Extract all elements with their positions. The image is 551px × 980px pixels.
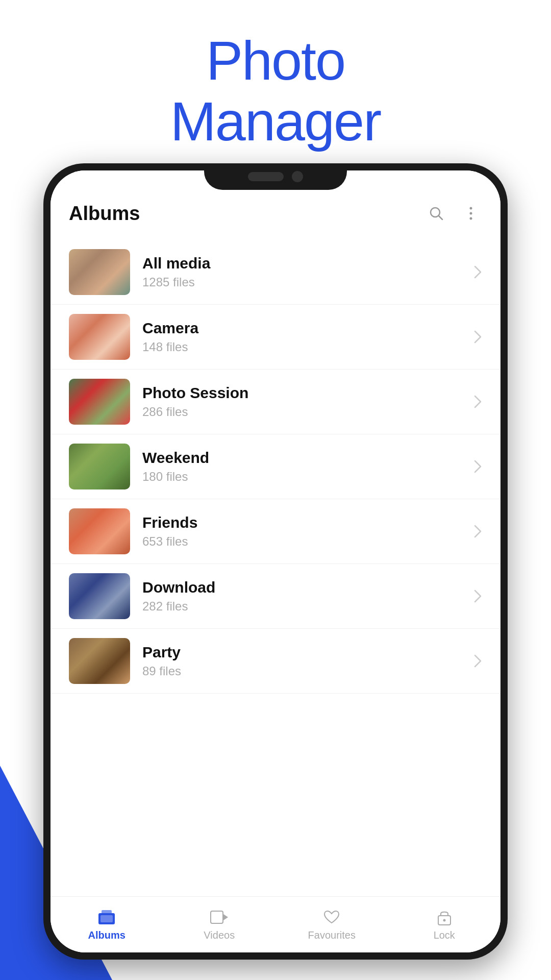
album-count: 89 files [142, 664, 462, 678]
albums-list: All media1285 filesCamera148 filesPhoto … [51, 230, 500, 896]
album-count: 180 files [142, 470, 462, 484]
favourites-nav-label: Favourites [308, 929, 356, 941]
app-title: Photo Manager [0, 31, 551, 152]
albums-header-title: Albums [69, 203, 140, 225]
album-thumbnail [69, 314, 130, 360]
svg-marker-9 [223, 914, 228, 920]
lock-nav-icon [433, 908, 456, 926]
album-thumbnail [69, 444, 130, 489]
album-chevron-icon [474, 330, 482, 344]
album-item[interactable]: Weekend180 files [51, 434, 500, 499]
album-name: Party [142, 644, 462, 661]
app-header: Albums [51, 197, 500, 230]
album-count: 286 files [142, 405, 462, 419]
album-info: All media1285 files [130, 255, 474, 289]
svg-rect-7 [101, 915, 113, 922]
albums-nav-icon [95, 908, 118, 926]
more-options-button[interactable] [460, 202, 482, 225]
album-item[interactable]: Party89 files [51, 629, 500, 694]
album-info: Camera148 files [130, 320, 474, 354]
album-thumbnail [69, 638, 130, 684]
album-name: Weekend [142, 449, 462, 467]
album-count: 1285 files [142, 275, 462, 289]
album-chevron-icon [474, 395, 482, 408]
search-icon [428, 205, 444, 222]
nav-item-favourites[interactable]: Favourites [276, 897, 388, 952]
phone-screen: Albums All media128 [51, 170, 500, 952]
bottom-navigation: Albums Videos Favourites [51, 896, 500, 952]
album-name: Download [142, 579, 462, 596]
album-chevron-icon [474, 265, 482, 279]
album-info: Friends653 files [130, 514, 474, 549]
album-chevron-icon [474, 460, 482, 473]
album-info: Photo Session286 files [130, 384, 474, 419]
svg-line-1 [439, 216, 442, 219]
favourites-nav-icon [320, 908, 343, 926]
album-info: Download282 files [130, 579, 474, 614]
svg-point-2 [470, 207, 472, 210]
album-thumbnail [69, 508, 130, 554]
album-thumbnail [69, 379, 130, 425]
svg-point-11 [443, 919, 445, 922]
album-thumbnail [69, 573, 130, 619]
album-name: Friends [142, 514, 462, 531]
svg-rect-6 [102, 910, 112, 914]
albums-nav-label: Albums [88, 929, 126, 941]
album-count: 148 files [142, 340, 462, 354]
phone-notch [204, 163, 347, 190]
album-count: 653 files [142, 534, 462, 549]
nav-item-videos[interactable]: Videos [163, 897, 276, 952]
album-chevron-icon [474, 525, 482, 538]
album-name: Camera [142, 320, 462, 337]
nav-item-albums[interactable]: Albums [51, 897, 163, 952]
album-info: Party89 files [130, 644, 474, 678]
album-chevron-icon [474, 590, 482, 603]
album-chevron-icon [474, 654, 482, 668]
svg-point-4 [470, 217, 472, 220]
phone-frame: Albums All media128 [43, 163, 508, 960]
nav-item-lock[interactable]: Lock [388, 897, 501, 952]
notch-pill [248, 172, 284, 181]
album-name: All media [142, 255, 462, 272]
album-count: 282 files [142, 599, 462, 614]
videos-nav-label: Videos [204, 929, 235, 941]
album-name: Photo Session [142, 384, 462, 402]
album-item[interactable]: All media1285 files [51, 240, 500, 305]
svg-point-3 [470, 212, 472, 215]
album-info: Weekend180 files [130, 449, 474, 484]
album-item[interactable]: Camera148 files [51, 305, 500, 370]
album-item[interactable]: Download282 files [51, 564, 500, 629]
svg-rect-8 [211, 911, 223, 923]
notch-camera [292, 171, 303, 182]
search-button[interactable] [425, 202, 447, 225]
more-options-icon [468, 206, 473, 221]
album-item[interactable]: Photo Session286 files [51, 370, 500, 434]
album-item[interactable]: Friends653 files [51, 499, 500, 564]
album-thumbnail [69, 249, 130, 295]
header-actions [425, 202, 482, 225]
videos-nav-icon [208, 908, 231, 926]
lock-nav-label: Lock [434, 929, 455, 941]
